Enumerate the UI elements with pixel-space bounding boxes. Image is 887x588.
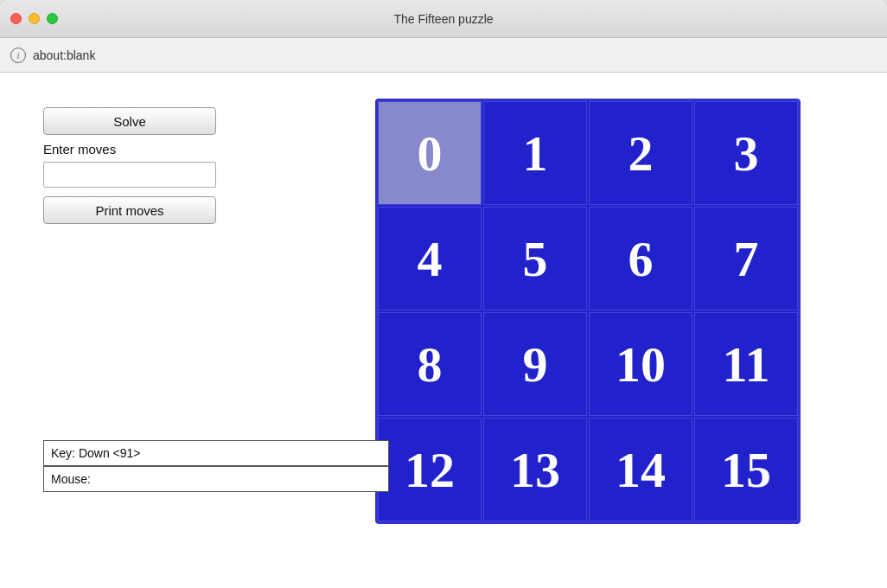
close-button[interactable] [10,13,22,24]
address-url: about:blank [33,48,95,62]
puzzle-cell-14[interactable]: 14 [589,418,692,521]
puzzle-cell-3[interactable]: 3 [694,101,798,205]
puzzle-container: 0123456789101112131415 [375,99,801,524]
puzzle-cell-11[interactable]: 11 [694,312,798,416]
puzzle-cell-0[interactable]: 0 [378,101,482,205]
puzzle-cell-8[interactable]: 8 [378,312,482,416]
main-content: Solve Enter moves Print moves Key: Down … [0,73,887,588]
puzzle-cell-4[interactable]: 4 [378,207,482,310]
puzzle-cell-15[interactable]: 15 [694,418,798,521]
window-title: The Fifteen puzzle [393,12,493,26]
moves-input[interactable] [43,162,216,188]
print-moves-button[interactable]: Print moves [43,196,216,224]
enter-moves-label: Enter moves [43,142,116,157]
status-area: Key: Down <91> Mouse: [43,440,389,492]
addressbar: i about:blank [0,38,887,73]
puzzle-grid: 0123456789101112131415 [375,99,801,524]
puzzle-cell-12[interactable]: 12 [378,418,482,521]
solve-button[interactable]: Solve [43,107,216,135]
left-panel: Solve Enter moves Print moves Key: Down … [43,107,285,492]
puzzle-cell-1[interactable]: 1 [483,101,587,205]
puzzle-cell-2[interactable]: 2 [589,101,692,205]
puzzle-cell-9[interactable]: 9 [483,312,587,416]
puzzle-cell-7[interactable]: 7 [694,207,798,310]
key-status: Key: Down <91> [43,440,389,466]
maximize-button[interactable] [47,13,58,24]
app-window: The Fifteen puzzle i about:blank Solve E… [0,0,887,588]
puzzle-cell-5[interactable]: 5 [483,207,587,310]
puzzle-cell-13[interactable]: 13 [483,418,587,521]
traffic-lights [10,13,58,24]
minimize-button[interactable] [29,13,40,24]
mouse-status: Mouse: [43,466,389,492]
info-icon: i [10,48,26,63]
puzzle-cell-6[interactable]: 6 [589,207,692,310]
titlebar: The Fifteen puzzle [0,0,887,38]
puzzle-cell-10[interactable]: 10 [589,312,692,416]
